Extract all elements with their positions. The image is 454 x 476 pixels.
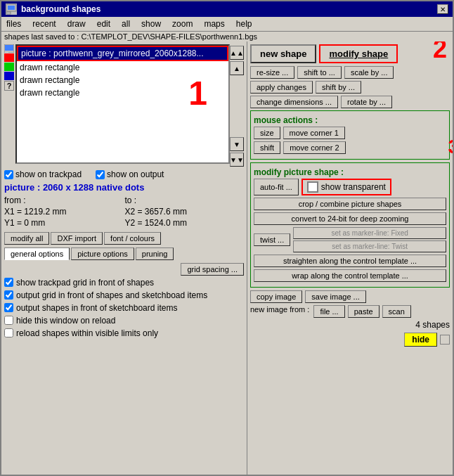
crop-combine-button[interactable]: crop / combine picture shapes — [254, 198, 446, 210]
grid-spacing-button[interactable]: grid spacing ... — [181, 263, 244, 276]
option-3-label: hide this window on reload — [16, 316, 115, 326]
menu-recent[interactable]: recent — [30, 18, 58, 30]
option-4: reload shapes within visible limits only — [4, 328, 244, 338]
option-4-checkbox[interactable] — [4, 328, 13, 337]
tab-font-colours[interactable]: font / colours — [104, 232, 161, 245]
tab-dxf-import[interactable]: DXF import — [51, 232, 103, 245]
paste-button[interactable]: paste — [348, 305, 380, 318]
close-button[interactable]: ✕ — [437, 4, 448, 14]
option-0-checkbox[interactable] — [4, 278, 13, 287]
question-icon[interactable]: ? — [4, 81, 14, 91]
option-1: output grid in front of shapes and sketc… — [4, 290, 244, 300]
left-panel: ? picture : porthwenn_grey_mirrored_2060… — [1, 41, 247, 475]
shift-by-button[interactable]: shift by ... — [316, 81, 361, 94]
x1-value: X1 = 1219.2 mm — [4, 207, 124, 217]
size-button[interactable]: size — [254, 127, 280, 139]
hide-row: hide — [250, 333, 450, 347]
apply-changes-button[interactable]: apply changes — [250, 81, 313, 94]
menu-files[interactable]: files — [4, 18, 23, 30]
copy-image-button[interactable]: copy image — [250, 290, 302, 303]
wrap-button[interactable]: wrap along the control template ... — [254, 269, 446, 282]
file-button[interactable]: file ... — [313, 305, 344, 318]
show-transparent-container: show transparent — [301, 179, 391, 195]
show-output-label[interactable]: show on output — [96, 169, 164, 179]
tab-general-options[interactable]: general options — [4, 247, 70, 260]
color-red — [4, 53, 14, 62]
shape-item-3[interactable]: drawn rectangle — [17, 86, 228, 99]
menu-all[interactable]: all — [119, 18, 132, 30]
option-2-checkbox[interactable] — [4, 303, 13, 312]
right-panel: 2 new shape modify shape re-size ... shi… — [247, 41, 453, 475]
set-marker-twist-button[interactable]: set as marker-line: Twist — [293, 240, 446, 252]
menu-show[interactable]: show — [139, 18, 163, 30]
option-3-checkbox[interactable] — [4, 316, 13, 325]
menu-zoom[interactable]: zoom — [170, 18, 195, 30]
option-1-checkbox[interactable] — [4, 290, 13, 300]
tab-picture-options[interactable]: picture options — [71, 247, 134, 260]
scroll-down-btn[interactable]: ▼ — [230, 137, 244, 151]
shapes-count: 4 shapes — [250, 320, 450, 330]
top-buttons-row: new shape modify shape — [250, 44, 450, 63]
mouse-actions-label: mouse actions : — [254, 115, 446, 125]
straighten-button[interactable]: straighten along the control template ..… — [254, 255, 446, 267]
scroll-up-btn[interactable]: ▲ — [230, 61, 244, 75]
option-4-label: reload shapes within visible limits only — [16, 328, 158, 338]
menu-draw[interactable]: draw — [65, 18, 88, 30]
shift-to-button[interactable]: shift to ... — [297, 66, 342, 79]
scroll-down-bottom-btn[interactable]: ▼▼ — [230, 153, 244, 167]
set-marker-fixed-button[interactable]: set as marker-line: Fixed — [293, 227, 446, 239]
new-image-row: new image from : file ... paste scan — [250, 305, 450, 318]
color-blue — [4, 72, 14, 80]
modify-shape-button[interactable]: modify shape — [319, 44, 398, 63]
tab-pruning[interactable]: pruning — [136, 247, 174, 260]
move-corner-1-button[interactable]: move corner 1 — [283, 127, 345, 139]
svg-rect-2 — [6, 12, 11, 14]
mouse-actions-box: mouse actions : size move corner 1 shift… — [250, 110, 450, 160]
shape-item-0[interactable]: picture : porthwenn_grey_mirrored_2060x1… — [17, 46, 228, 61]
option-0-label: show trackpad grid in front of shapes — [16, 278, 154, 288]
resize-button[interactable]: re-size ... — [250, 66, 294, 79]
modify-picture-label: modify picture shape : — [254, 167, 446, 177]
menu-maps[interactable]: maps — [202, 18, 226, 30]
menu-help[interactable]: help — [234, 18, 254, 30]
app-icon — [6, 4, 17, 15]
hide-button[interactable]: hide — [404, 333, 437, 347]
svg-rect-4 — [5, 45, 13, 51]
svg-rect-1 — [8, 6, 15, 10]
save-image-button[interactable]: save image ... — [305, 290, 365, 303]
title-bar-left: background shapes — [6, 4, 100, 15]
options-section: grid spacing ... show trackpad grid in f… — [4, 263, 244, 472]
option-2: output shapes in front of sketchboard it… — [4, 303, 244, 313]
rotate-by-button[interactable]: rotate by ... — [341, 96, 392, 108]
shape-item-2[interactable]: drawn rectangle — [17, 74, 228, 86]
new-shape-button[interactable]: new shape — [250, 44, 316, 63]
menu-edit[interactable]: edit — [95, 18, 112, 30]
shift-button[interactable]: shift — [254, 141, 280, 154]
scale-by-button[interactable]: scale by ... — [344, 66, 394, 79]
hide-checkbox[interactable] — [440, 335, 450, 345]
window-icon — [4, 44, 14, 53]
scroll-up-top-btn[interactable]: ▲▲ — [230, 46, 244, 60]
scan-button[interactable]: scan — [382, 305, 411, 318]
y2-value: Y2 = 1524.0 mm — [125, 218, 245, 228]
resize-row: re-size ... shift to ... scale by ... — [250, 66, 450, 79]
change-dimensions-button[interactable]: change dimensions ... — [250, 96, 338, 108]
auto-fit-button[interactable]: auto-fit ... — [254, 179, 299, 195]
move-corner-2-button[interactable]: move corner 2 — [283, 141, 345, 154]
status-text: shapes last saved to : C:\TEMPLOT_DEV\SH… — [4, 32, 257, 41]
shape-item-1[interactable]: drawn rectangle — [17, 61, 228, 74]
main-window: background shapes ✕ files recent draw ed… — [0, 0, 454, 476]
show-transparent-checkbox[interactable] — [307, 181, 318, 193]
coords-grid: from : to : X1 = 1219.2 mm X2 = 3657.6 m… — [4, 195, 244, 228]
show-output-checkbox[interactable] — [96, 170, 105, 179]
image-buttons-row: copy image save image ... — [250, 290, 450, 303]
new-image-from-label: new image from : — [250, 305, 309, 318]
twist-button[interactable]: twist ... — [254, 233, 290, 246]
shape-list-container: picture : porthwenn_grey_mirrored_2060x1… — [15, 44, 230, 164]
show-trackpad-label[interactable]: show on trackpad — [4, 169, 82, 179]
tab-modify-all[interactable]: modify all — [4, 232, 49, 245]
convert-24bit-button[interactable]: convert to 24-bit for deep zooming — [254, 212, 446, 225]
show-trackpad-checkbox[interactable] — [4, 170, 13, 179]
mouse-btns-row: size move corner 1 — [254, 127, 446, 139]
shift-corner-row: shift move corner 2 3 — [254, 141, 446, 154]
